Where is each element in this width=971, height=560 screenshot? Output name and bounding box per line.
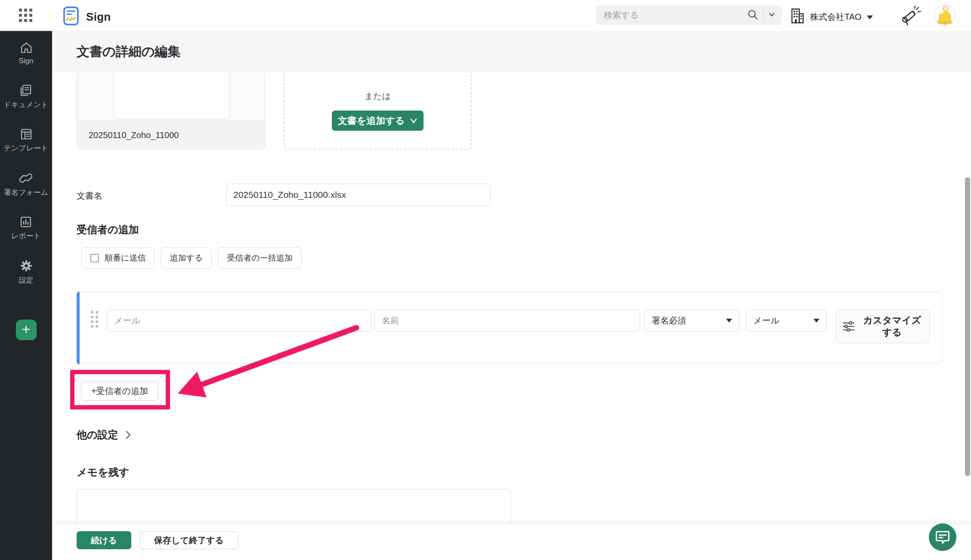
send-in-order-checkbox[interactable] [90,254,99,262]
sidebar-item-documents[interactable]: ドキュメント [3,84,48,110]
or-label: または [365,90,391,102]
sidebar-item-label: レポート [11,231,41,241]
add-recipient-button[interactable]: +受信者の追加 [81,381,158,401]
sidebar-item-sign-forms[interactable]: 署名フォーム [4,172,48,197]
home-icon [20,42,32,53]
top-bar: Sign 株式会社TAO [0,0,971,31]
gear-icon [20,260,32,272]
vertical-scrollbar[interactable] [965,177,970,476]
doc-name-input[interactable] [226,184,491,206]
recipient-delivery-value: メール [753,315,779,326]
send-in-order-toggle[interactable]: 順番に送信 [81,247,155,269]
continue-button[interactable]: 続ける [77,531,131,549]
org-name: 株式会社TAO [810,11,862,23]
sidebar-item-label: Sign [19,57,33,65]
zoho-sign-logo-icon [63,6,80,27]
customize-button-label: カスタマイズする [860,314,924,338]
footer-bar: 続ける 保存して終了する [52,524,971,560]
template-icon [20,129,32,140]
brand: Sign [63,6,111,27]
search-divider [763,10,763,21]
add-recipients-menu-button[interactable]: 追加する [161,247,212,269]
page-header: 文書の詳細の編集 [52,31,971,72]
page-title: 文書の詳細の編集 [77,43,180,61]
org-selector[interactable]: 株式会社TAO [790,8,873,26]
main-content: 20250110_Zoho_11000 または 文書を追加する 文書名 受信者の… [52,72,971,560]
sidebar-item-label: 設定 [19,275,34,285]
org-caret-icon [867,15,873,19]
user-avatar[interactable] [934,5,956,26]
sidebar-item-sign[interactable]: Sign [19,42,33,65]
chat-support-button[interactable] [929,523,956,551]
document-filename: 20250110_Zoho_11000 [77,121,265,149]
add-document-button[interactable]: 文書を追加する [332,111,424,131]
recipient-role-select[interactable]: 署名必須 [644,310,739,332]
sliders-icon [842,321,855,332]
recipients-heading: 受信者の追加 [77,223,139,237]
recipients-actions-row: 順番に送信 追加する 受信者の一括追加 [81,247,302,269]
building-icon [790,8,805,26]
add-document-button-label: 文書を追加する [338,114,405,127]
document-thumbnail-card[interactable]: 20250110_Zoho_11000 [77,72,265,150]
sidebar-item-settings[interactable]: 設定 [19,260,34,285]
customize-button[interactable]: カスタマイズする [836,309,930,343]
recipient-email-input[interactable] [107,310,371,332]
recipient-name-input[interactable] [374,310,640,332]
announcements-megaphone-icon[interactable] [900,5,922,28]
bell-avatar-image [936,6,954,25]
doc-name-label: 文書名 [77,190,102,202]
chat-bubble-icon [935,530,950,544]
chevron-right-icon [125,430,131,440]
recipient-color-bar [77,292,80,364]
select-caret-icon [813,319,819,323]
sidebar-nav: Sign ドキュメント テンプレート 署名フォーム [0,31,52,560]
sidebar-item-label: 署名フォーム [4,188,48,197]
bulk-add-recipients-button[interactable]: 受信者の一括追加 [218,247,301,269]
recipient-row: 署名必須 メール カスタマイズする [77,292,943,363]
link-icon [19,172,32,184]
save-and-exit-button[interactable]: 保存して終了する [139,531,238,549]
other-settings-label: 他の設定 [77,428,118,442]
select-caret-icon [726,319,732,323]
other-settings-expander[interactable]: 他の設定 [77,428,131,442]
add-document-dropzone: または 文書を追加する [284,72,472,150]
app-title: Sign [86,10,111,24]
chevron-down-icon [410,118,417,124]
app-launcher-icon[interactable] [19,9,34,23]
sidebar-item-templates[interactable]: テンプレート [4,129,49,153]
documents-icon [19,84,32,96]
report-icon [20,216,32,228]
drag-handle-icon[interactable] [91,311,98,328]
sidebar-item-reports[interactable]: レポート [11,216,41,241]
search-icon[interactable] [747,9,758,22]
sidebar-item-label: ドキュメント [3,100,48,110]
document-page-preview [114,72,229,119]
search-input[interactable] [604,10,747,20]
recipient-role-value: 署名必須 [652,315,686,326]
sidebar-item-label: テンプレート [4,143,49,153]
send-in-order-label: 順番に送信 [105,252,145,264]
recipient-delivery-select[interactable]: メール [746,310,827,332]
search-bar [596,6,782,25]
search-options-chevron-icon[interactable] [767,10,776,21]
sidebar-add-button[interactable]: + [16,320,37,340]
memo-heading: メモを残す [77,465,129,479]
